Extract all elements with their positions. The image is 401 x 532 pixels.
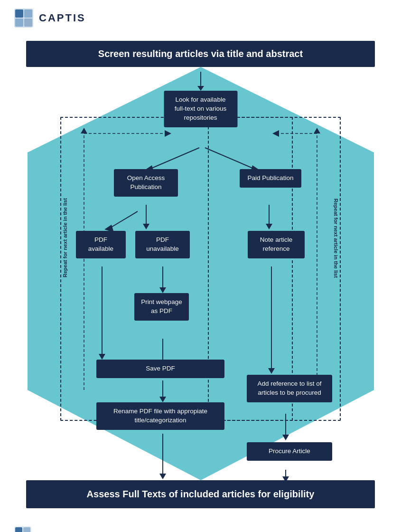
footer-logo: celegence: [14, 526, 75, 532]
top-bar: Screen resulting articles via title and …: [26, 41, 375, 67]
diagram-container: Screen resulting articles via title and …: [26, 41, 375, 508]
procure-article-label: Procure Article: [247, 442, 332, 461]
rename-pdf-label: Rename PDF file with appropiate title/ca…: [96, 402, 224, 430]
save-pdf-box: Save PDF: [96, 360, 224, 378]
svg-marker-27: [159, 474, 166, 479]
open-access-box: Open Access Publication: [114, 169, 178, 197]
footer: celegence celegence.com: [0, 518, 401, 532]
svg-rect-42: [23, 527, 30, 532]
repeat-right-label: Repeat for next article in the list: [333, 162, 339, 314]
captis-logo-icon: [14, 9, 33, 28]
arrow-rename-to-bottom: [158, 434, 172, 481]
bottom-bar: Assess Full Texts of included articles f…: [26, 480, 375, 508]
svg-rect-1: [15, 10, 23, 18]
arrow-add-ref-to-procure: [281, 414, 295, 442]
paid-publication-label: Paid Publication: [240, 169, 301, 188]
look-for-label: Look for available full-text on various …: [164, 91, 237, 127]
header: CAPTIS: [0, 0, 401, 36]
add-reference-box: Add reference to list of articles to be …: [247, 375, 332, 402]
svg-rect-41: [15, 527, 22, 532]
look-for-box: Look for available full-text on various …: [164, 91, 237, 127]
svg-marker-37: [314, 128, 320, 133]
header-logo-text: CAPTIS: [39, 12, 86, 24]
open-access-label: Open Access Publication: [114, 169, 178, 197]
celegence-logo-icon: [14, 526, 31, 532]
svg-marker-29: [282, 435, 289, 440]
svg-marker-33: [81, 128, 87, 133]
svg-line-8: [205, 148, 255, 169]
svg-marker-39: [272, 130, 279, 137]
flow-diagram: Repeat for next article in the list Repe…: [26, 67, 375, 480]
pdf-available-label: PDF available: [76, 231, 126, 258]
repeat-left-label: Repeat for next article in the list: [62, 162, 68, 314]
pdf-unavailable-label: PDF unavailable: [135, 231, 190, 258]
svg-rect-2: [24, 10, 32, 18]
svg-rect-4: [24, 19, 32, 27]
pdf-unavailable-box: PDF unavailable: [135, 231, 190, 258]
save-pdf-label: Save PDF: [96, 360, 224, 378]
arrow-top-to-look: [197, 72, 204, 91]
procure-article-box: Procure Article: [247, 442, 332, 461]
svg-rect-3: [15, 19, 23, 27]
flow-content-overlay: Repeat for next article in the list Repe…: [26, 67, 375, 480]
pdf-available-box: PDF available: [76, 231, 126, 258]
svg-marker-35: [165, 130, 171, 137]
paid-publication-box: Paid Publication: [240, 169, 301, 188]
svg-marker-25: [159, 397, 166, 402]
note-article-box: Note article reference: [248, 231, 305, 258]
rename-pdf-box: Rename PDF file with appropiate title/ca…: [96, 402, 224, 430]
add-reference-label: Add reference to list of articles to be …: [247, 375, 332, 402]
print-webpage-label: Print webpage as PDF: [134, 293, 189, 321]
note-article-label: Note article reference: [248, 231, 305, 258]
print-webpage-box: Print webpage as PDF: [134, 293, 189, 321]
